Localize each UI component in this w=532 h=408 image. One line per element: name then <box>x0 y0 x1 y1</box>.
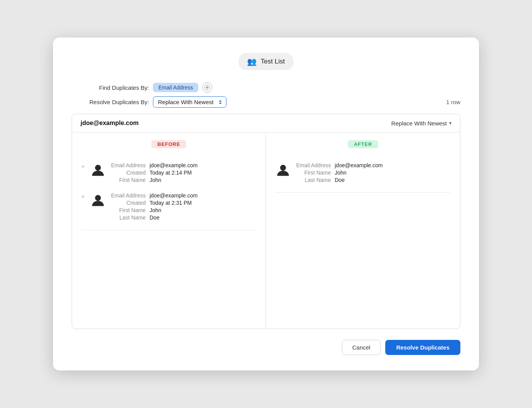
after-contact-fields: Email Address jdoe@example.com First Nam… <box>296 162 383 183</box>
resolve-duplicates-row: Resolve Duplicates By: Replace With Newe… <box>72 96 460 108</box>
find-duplicates-label: Find Duplicates By: <box>72 84 149 91</box>
dialog-title: Test List <box>261 58 285 65</box>
c2-email-label: Email Address <box>111 192 146 199</box>
before-contact-2: × Email Address jdoe@example.com Created… <box>81 192 256 221</box>
group-icon: 👥 <box>247 57 257 66</box>
resolve-duplicates-button[interactable]: Resolve Duplicates <box>385 340 460 355</box>
remove-contact-1-button[interactable]: × <box>81 163 85 170</box>
contact-2-fields: Email Address jdoe@example.com Created T… <box>111 192 197 221</box>
before-after-area: BEFORE × Email Address jdoe@example.com <box>72 132 460 329</box>
c2-firstname-value: John <box>149 207 197 213</box>
row-count: 1 row <box>446 99 460 105</box>
before-empty-space <box>81 230 256 277</box>
resolve-duplicates-label: Resolve Duplicates By: <box>72 99 149 105</box>
main-panel: jdoe@example.com Replace With Newest ▾ B… <box>72 114 460 329</box>
c1-firstname-value: John <box>149 177 197 183</box>
dialog-header: 👥 Test List <box>72 53 460 70</box>
after-lastname-value: Doe <box>335 177 383 183</box>
svg-point-4 <box>95 195 101 201</box>
c1-created-label: Created <box>111 170 146 176</box>
contact-1-fields: Email Address jdoe@example.com Created T… <box>111 162 197 183</box>
svg-point-3 <box>95 165 101 171</box>
after-avatar <box>275 162 291 178</box>
panel-header: jdoe@example.com Replace With Newest ▾ <box>72 114 460 132</box>
dialog: 👥 Test List Find Duplicates By: Email Ad… <box>53 38 479 370</box>
remove-contact-2-button[interactable]: × <box>81 193 85 200</box>
footer: Cancel Resolve Duplicates <box>72 340 460 355</box>
resolve-by-select[interactable]: Replace With Newest Replace With Oldest … <box>153 96 227 108</box>
c2-created-label: Created <box>111 200 146 206</box>
before-column: BEFORE × Email Address jdoe@example.com <box>72 132 266 329</box>
avatar-2 <box>90 192 106 208</box>
c1-firstname-label: First Name <box>111 177 146 183</box>
avatar-1 <box>90 162 106 178</box>
c2-lastname-value: Doe <box>149 214 197 221</box>
svg-point-5 <box>280 165 286 171</box>
c1-email-label: Email Address <box>111 162 146 168</box>
after-email-label: Email Address <box>296 162 331 168</box>
before-badge: BEFORE <box>151 140 187 148</box>
c1-email-value: jdoe@example.com <box>149 162 197 168</box>
c1-created-value: Today at 2:14 PM <box>149 170 197 176</box>
after-lastname-label: Last Name <box>296 177 331 183</box>
after-email-value: jdoe@example.com <box>335 162 383 168</box>
panel-resolve-method[interactable]: Replace With Newest ▾ <box>391 120 451 127</box>
find-duplicates-row: Find Duplicates By: Email Address <box>72 82 460 93</box>
chevron-down-icon: ▾ <box>449 120 451 126</box>
panel-email: jdoe@example.com <box>81 120 139 127</box>
add-find-by-button[interactable] <box>202 82 212 93</box>
email-address-tag[interactable]: Email Address <box>153 83 198 92</box>
c2-created-value: Today at 2:31 PM <box>149 200 197 206</box>
c2-firstname-label: First Name <box>111 207 146 213</box>
after-firstname-value: John <box>335 170 383 176</box>
after-badge: AFTER <box>348 140 378 148</box>
c2-lastname-label: Last Name <box>111 214 146 221</box>
after-firstname-label: First Name <box>296 170 331 176</box>
c2-email-value: jdoe@example.com <box>149 192 197 199</box>
list-title-badge: 👥 Test List <box>239 53 293 70</box>
before-contact-1: × Email Address jdoe@example.com Created… <box>81 162 256 183</box>
controls-area: Find Duplicates By: Email Address Resolv… <box>72 82 460 108</box>
after-column: AFTER Email Address jdoe@example.com Fir… <box>266 132 460 329</box>
panel-resolve-method-label: Replace With Newest <box>391 120 447 127</box>
cancel-button[interactable]: Cancel <box>342 340 381 355</box>
after-contact: Email Address jdoe@example.com First Nam… <box>275 162 451 183</box>
after-empty-space <box>275 193 451 239</box>
